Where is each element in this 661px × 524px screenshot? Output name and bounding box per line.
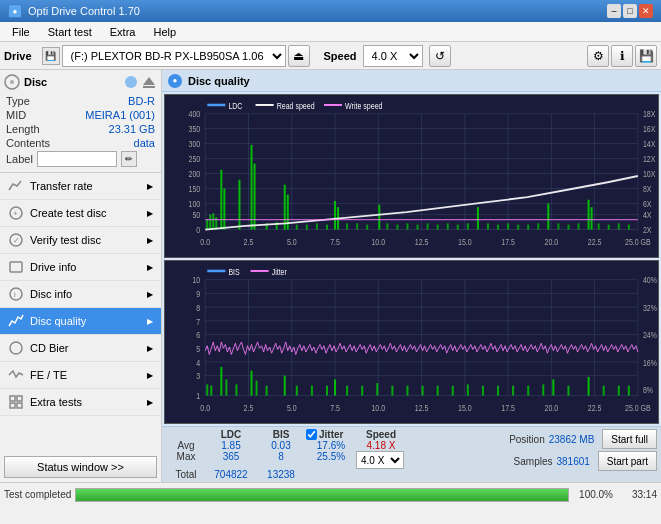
menu-help[interactable]: Help xyxy=(145,24,184,40)
charts-area: 400 350 300 250 200 150 100 50 0 18X 16X… xyxy=(162,92,661,426)
svg-rect-79 xyxy=(287,195,289,230)
nav-fe-te[interactable]: FE / TE ▶ xyxy=(0,362,161,389)
disc-length-row: Length 23.31 GB xyxy=(4,122,157,136)
nav-arrow: ▶ xyxy=(147,371,153,380)
nav-verify-test-disc[interactable]: ✓ Verify test disc ▶ xyxy=(0,227,161,254)
disc-label: Disc xyxy=(24,76,47,88)
progress-pct: 100.0% xyxy=(573,489,613,500)
svg-text:8%: 8% xyxy=(643,385,653,395)
mid-value: MEIRA1 (001) xyxy=(85,109,155,121)
menu-start-test[interactable]: Start test xyxy=(40,24,100,40)
svg-rect-185 xyxy=(406,386,408,396)
svg-rect-174 xyxy=(256,381,258,396)
samples-value: 381601 xyxy=(556,456,589,467)
svg-text:10.0: 10.0 xyxy=(371,237,385,247)
svg-rect-108 xyxy=(567,225,569,230)
label-input[interactable] xyxy=(37,151,117,167)
svg-text:8: 8 xyxy=(196,303,200,313)
svg-rect-187 xyxy=(437,386,439,396)
start-part-button[interactable]: Start part xyxy=(598,451,657,471)
svg-rect-69 xyxy=(212,213,214,229)
status-window-label: Status window >> xyxy=(37,461,124,473)
info-button[interactable]: ℹ xyxy=(611,45,633,67)
nav-transfer-rate[interactable]: Transfer rate ▶ xyxy=(0,173,161,200)
speed-select-stats[interactable]: 4.0 X xyxy=(356,451,404,469)
ldc-header: LDC xyxy=(206,429,256,440)
disc-label-row: Label ✏ xyxy=(4,150,157,168)
svg-text:LDC: LDC xyxy=(228,101,242,111)
nav-arrow: ▶ xyxy=(147,263,153,272)
svg-text:350: 350 xyxy=(188,125,200,135)
svg-rect-105 xyxy=(537,223,539,229)
disc-quality-icon xyxy=(8,313,24,329)
save-button[interactable]: 💾 xyxy=(635,45,657,67)
svg-text:0: 0 xyxy=(196,226,200,236)
svg-rect-87 xyxy=(356,223,358,229)
minimize-button[interactable]: – xyxy=(607,4,621,18)
status-window-button[interactable]: Status window >> xyxy=(4,456,157,478)
svg-rect-113 xyxy=(608,225,610,230)
svg-rect-92 xyxy=(406,223,408,229)
nav-arrow: ▶ xyxy=(147,209,153,218)
svg-text:300: 300 xyxy=(188,140,200,150)
nav-disc-quality[interactable]: Disc quality ▶ xyxy=(0,308,161,335)
nav-extra-tests[interactable]: Extra tests ▶ xyxy=(0,389,161,416)
svg-rect-122 xyxy=(165,261,658,423)
svg-text:BIS: BIS xyxy=(228,267,239,277)
maximize-button[interactable]: □ xyxy=(623,4,637,18)
svg-rect-88 xyxy=(366,225,368,230)
nav-extra-tests-label: Extra tests xyxy=(30,396,82,408)
max-ldc: 365 xyxy=(206,451,256,469)
settings-button[interactable]: ⚙ xyxy=(587,45,609,67)
contents-value: data xyxy=(134,137,155,149)
nav-disc-quality-label: Disc quality xyxy=(30,315,86,327)
svg-text:4X: 4X xyxy=(643,211,652,221)
svg-rect-189 xyxy=(467,384,469,395)
menu-file[interactable]: File xyxy=(4,24,38,40)
speed-select[interactable]: 4.0 X xyxy=(363,45,423,67)
drive-eject-button[interactable]: ⏏ xyxy=(288,45,310,67)
contents-label: Contents xyxy=(6,137,50,149)
chart1-container: 400 350 300 250 200 150 100 50 0 18X 16X… xyxy=(164,94,659,258)
svg-text:17.5: 17.5 xyxy=(501,403,515,413)
menu-extra[interactable]: Extra xyxy=(102,24,144,40)
nav-disc-info-label: Disc info xyxy=(30,288,72,300)
svg-rect-96 xyxy=(447,223,449,229)
nav-drive-info[interactable]: Drive info ▶ xyxy=(0,254,161,281)
total-ldc: 704822 xyxy=(206,469,256,480)
nav-cd-bier-label: CD Bier xyxy=(30,342,69,354)
refresh-button[interactable]: ↺ xyxy=(429,45,451,67)
nav-disc-info[interactable]: i Disc info ▶ xyxy=(0,281,161,308)
chart2-svg: 10 9 8 7 6 5 4 3 1 40% 32% 24% 16% 8% xyxy=(165,261,658,423)
speed-avg-val: 4.18 X xyxy=(356,440,406,451)
nav-arrow: ▶ xyxy=(147,236,153,245)
svg-text:9: 9 xyxy=(196,289,200,299)
svg-text:25.0 GB: 25.0 GB xyxy=(625,237,651,247)
svg-rect-16 xyxy=(17,403,22,408)
nav-create-test-disc[interactable]: + Create test disc ▶ xyxy=(0,200,161,227)
svg-text:10: 10 xyxy=(192,276,200,286)
speed-header-cell: Speed xyxy=(356,429,406,440)
svg-text:12.5: 12.5 xyxy=(415,237,429,247)
close-button[interactable]: ✕ xyxy=(639,4,653,18)
jitter-header: Jitter xyxy=(319,429,343,440)
svg-rect-68 xyxy=(209,215,211,230)
svg-text:10X: 10X xyxy=(643,170,656,180)
titlebar-buttons[interactable]: – □ ✕ xyxy=(607,4,653,18)
svg-rect-4 xyxy=(143,86,155,88)
svg-text:18X: 18X xyxy=(643,110,656,120)
avg-jitter: 17.6% xyxy=(306,440,356,451)
svg-rect-197 xyxy=(588,377,590,396)
svg-text:150: 150 xyxy=(188,184,200,194)
label-edit-button[interactable]: ✏ xyxy=(121,151,137,167)
drive-select[interactable]: (F:) PLEXTOR BD-R PX-LB950SA 1.06 xyxy=(62,45,286,67)
svg-text:40%: 40% xyxy=(643,276,657,286)
start-full-button[interactable]: Start full xyxy=(602,429,657,449)
nav-cd-bier[interactable]: CD Bier ▶ xyxy=(0,335,161,362)
nav-arrow: ▶ xyxy=(147,182,153,191)
svg-text:i: i xyxy=(14,290,16,299)
jitter-checkbox[interactable] xyxy=(306,429,317,440)
svg-rect-110 xyxy=(588,200,590,230)
svg-text:2.5: 2.5 xyxy=(244,403,254,413)
svg-rect-180 xyxy=(334,379,336,395)
